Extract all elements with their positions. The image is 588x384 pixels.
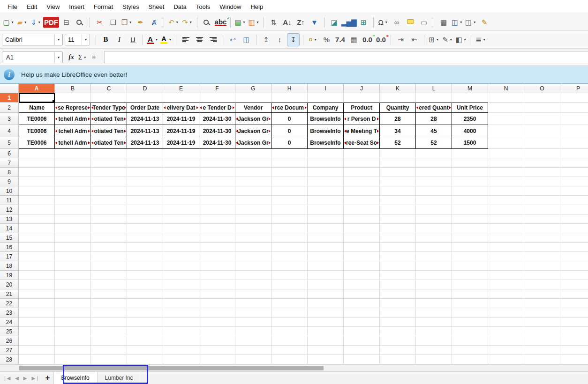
grid-corner[interactable] (0, 84, 19, 93)
column-header-D[interactable]: D (127, 84, 163, 93)
cell-P14[interactable] (560, 224, 588, 233)
cell-N9[interactable] (488, 177, 524, 186)
cell-M20[interactable] (452, 280, 488, 289)
cell-B19[interactable] (55, 271, 91, 280)
cell-A19[interactable] (19, 271, 55, 280)
cell-C3[interactable]: otiated Ten (91, 113, 127, 125)
next-sheet-icon[interactable]: ▶ (23, 376, 27, 381)
cell-K6[interactable] (380, 149, 416, 158)
cell-J27[interactable] (344, 346, 380, 355)
cell-I16[interactable] (308, 243, 344, 252)
cell-O9[interactable] (524, 177, 560, 186)
cell-N8[interactable] (488, 168, 524, 177)
cell-E16[interactable] (163, 243, 199, 252)
cell-E7[interactable] (163, 158, 199, 168)
cell-O25[interactable] (524, 327, 560, 336)
cell-M28[interactable] (452, 355, 488, 364)
cell-N2[interactable] (488, 103, 524, 113)
cell-D19[interactable] (127, 271, 163, 280)
cell-J4[interactable]: e Meeting T (344, 125, 380, 137)
cell-L19[interactable] (416, 271, 452, 280)
cell-E13[interactable] (163, 214, 199, 224)
cell-L23[interactable] (416, 308, 452, 318)
cell-I26[interactable] (308, 336, 344, 346)
cell-L8[interactable] (416, 168, 452, 177)
italic-icon[interactable]: I (113, 33, 126, 46)
align-bottom-icon[interactable]: ↧ (287, 33, 300, 46)
find-and-replace-icon[interactable] (201, 16, 213, 29)
cell-B28[interactable] (55, 355, 91, 364)
cell-C4[interactable]: otiated Ten (91, 125, 127, 137)
print-area-icon[interactable]: ▦ (437, 16, 450, 29)
cell-P18[interactable] (560, 261, 588, 271)
cell-I27[interactable] (308, 346, 344, 355)
column-header-I[interactable]: I (308, 84, 344, 93)
menu-edit[interactable]: Edit (22, 1, 42, 13)
cell-J9[interactable] (344, 177, 380, 186)
cell-J22[interactable] (344, 299, 380, 308)
cell-E24[interactable] (163, 318, 199, 327)
cell-I4[interactable]: BrowseInfo (308, 125, 344, 137)
cell-E25[interactable] (163, 327, 199, 336)
cell-G23[interactable] (235, 308, 271, 318)
cell-H17[interactable] (271, 252, 308, 261)
cell-P25[interactable] (560, 327, 588, 336)
row-header-11[interactable]: 11 (0, 196, 19, 205)
cell-N22[interactable] (488, 299, 524, 308)
cell-K2[interactable]: Quantity (380, 103, 416, 113)
cell-J5[interactable]: ree-Seat So (344, 137, 380, 149)
cell-B21[interactable] (55, 289, 91, 299)
cell-G8[interactable] (235, 168, 271, 177)
column-header-N[interactable]: N (488, 84, 524, 93)
cell-B3[interactable]: tchell Adm (55, 113, 91, 125)
cell-J7[interactable] (344, 158, 380, 168)
formula-input[interactable] (104, 51, 588, 63)
cell-P17[interactable] (560, 252, 588, 261)
cell-D6[interactable] (127, 149, 163, 158)
cell-B8[interactable] (55, 168, 91, 177)
headers-and-footers-icon[interactable]: ▭ (418, 16, 430, 29)
cell-D16[interactable] (127, 243, 163, 252)
function-wizard-icon[interactable]: fx (66, 51, 77, 63)
cell-O4[interactable] (524, 125, 560, 137)
clear-formatting-icon[interactable]: Ⱥ (148, 16, 160, 29)
cell-H19[interactable] (271, 271, 308, 280)
cell-C6[interactable] (91, 149, 127, 158)
cell-A18[interactable] (19, 261, 55, 271)
cell-E21[interactable] (163, 289, 199, 299)
cell-I23[interactable] (308, 308, 344, 318)
cell-H11[interactable] (271, 196, 308, 205)
cell-O19[interactable] (524, 271, 560, 280)
cell-D2[interactable]: Order Date (127, 103, 163, 113)
cell-N27[interactable] (488, 346, 524, 355)
cell-A24[interactable] (19, 318, 55, 327)
last-sheet-icon[interactable]: ▶❘ (31, 376, 39, 381)
spelling-icon[interactable]: abc (214, 16, 227, 29)
cell-C26[interactable] (91, 336, 127, 346)
menu-format[interactable]: Format (89, 1, 118, 13)
cell-P13[interactable] (560, 214, 588, 224)
cell-C13[interactable] (91, 214, 127, 224)
cell-G15[interactable] (235, 233, 271, 243)
borders-dropdown[interactable]: ▾ (436, 37, 439, 42)
cell-D11[interactable] (127, 196, 163, 205)
cell-A15[interactable] (19, 233, 55, 243)
cell-L6[interactable] (416, 149, 452, 158)
cell-E5[interactable]: 2024-11-19 (163, 137, 199, 149)
cell-F12[interactable] (199, 205, 235, 214)
cell-F14[interactable] (199, 224, 235, 233)
menu-view[interactable]: View (42, 1, 64, 13)
cell-G12[interactable] (235, 205, 271, 214)
cell-P1[interactable] (560, 93, 588, 103)
highlighting-color-dropdown[interactable]: ▾ (168, 37, 172, 42)
cell-J10[interactable] (344, 186, 380, 196)
cell-H3[interactable]: 0 (271, 113, 308, 125)
menu-insert[interactable]: Insert (64, 1, 89, 13)
merge-cells-icon[interactable]: ◫ (240, 33, 253, 46)
cell-N10[interactable] (488, 186, 524, 196)
row-header-2[interactable]: 2 (0, 103, 19, 113)
cell-J14[interactable] (344, 224, 380, 233)
cell-G24[interactable] (235, 318, 271, 327)
cell-M4[interactable]: 4000 (452, 125, 488, 137)
cell-E15[interactable] (163, 233, 199, 243)
